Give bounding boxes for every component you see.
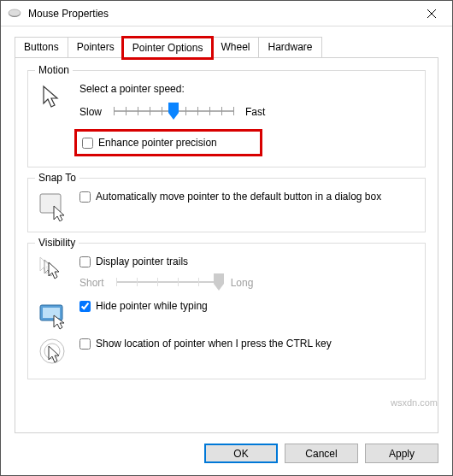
- ctrl-locate-label[interactable]: Show location of pointer when I press th…: [96, 338, 332, 350]
- window-title: Mouse Properties: [28, 8, 415, 20]
- motion-pointer-icon: [38, 83, 69, 114]
- titlebar: Mouse Properties: [1, 1, 452, 26]
- speed-label: Select a pointer speed:: [79, 83, 415, 95]
- hide-typing-label[interactable]: Hide pointer while typing: [96, 300, 208, 312]
- tab-wheel[interactable]: Wheel: [211, 37, 259, 57]
- ok-button[interactable]: OK: [204, 444, 278, 463]
- pointer-speed-slider[interactable]: [114, 102, 233, 122]
- cancel-button[interactable]: Cancel: [285, 444, 358, 463]
- enhance-precision-checkbox[interactable]: [82, 138, 93, 149]
- button-bar: OK Cancel Apply: [1, 433, 452, 475]
- trails-icon: [38, 256, 69, 286]
- display-trails-label[interactable]: Display pointer trails: [96, 256, 188, 267]
- enhance-precision-label[interactable]: Enhance pointer precision: [98, 137, 217, 149]
- tab-page: Motion Select a pointer speed: Slow: [15, 57, 438, 433]
- snap-legend: Snap To: [35, 172, 79, 184]
- group-motion: Motion Select a pointer speed: Slow: [27, 70, 426, 167]
- svg-marker-17: [49, 346, 59, 362]
- ctrl-locate-checkbox[interactable]: [79, 338, 91, 350]
- watermark: wsxdn.com: [391, 397, 438, 408]
- tab-buttons[interactable]: Buttons: [15, 37, 68, 57]
- tab-hardware[interactable]: Hardware: [258, 37, 321, 57]
- trail-length-slider: [116, 273, 219, 293]
- svg-marker-4: [44, 86, 57, 107]
- tab-pointers[interactable]: Pointers: [68, 37, 124, 57]
- svg-marker-11: [214, 273, 224, 291]
- fast-label: Fast: [245, 106, 265, 118]
- hide-typing-checkbox[interactable]: [79, 301, 91, 312]
- tab-pointer-options[interactable]: Pointer Options: [123, 38, 213, 58]
- snap-to-checkbox[interactable]: [79, 191, 91, 203]
- svg-marker-5: [168, 103, 179, 120]
- group-visibility: Visibility Display pointer trails: [27, 243, 426, 379]
- ctrl-locate-icon: [38, 338, 69, 368]
- group-snap-to: Snap To Automatically move pointer to th…: [27, 178, 426, 232]
- display-trails-checkbox[interactable]: [79, 256, 91, 267]
- tabstrip: Buttons Pointers Pointer Options Wheel H…: [1, 26, 452, 57]
- motion-legend: Motion: [35, 64, 73, 76]
- trail-short-label: Short: [79, 277, 104, 289]
- enhance-precision-highlight: Enhance pointer precision: [74, 129, 262, 156]
- apply-button[interactable]: Apply: [365, 444, 438, 463]
- svg-point-1: [9, 9, 21, 16]
- hide-typing-icon: [38, 300, 69, 331]
- mouse-icon: [8, 9, 21, 19]
- mouse-properties-window: Mouse Properties Buttons Pointers Pointe…: [0, 0, 453, 476]
- svg-rect-13: [43, 308, 60, 318]
- trail-long-label: Long: [231, 277, 254, 289]
- visibility-legend: Visibility: [35, 237, 79, 249]
- snap-to-label[interactable]: Automatically move pointer to the defaul…: [96, 191, 381, 203]
- slow-label: Slow: [79, 106, 102, 118]
- snap-to-icon: [38, 191, 69, 221]
- close-button[interactable]: [415, 2, 449, 26]
